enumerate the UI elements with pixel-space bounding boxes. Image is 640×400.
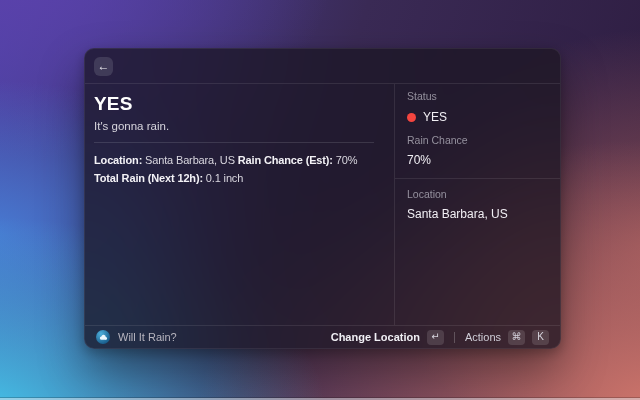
actions-label: Actions bbox=[465, 331, 501, 343]
cloud-app-icon bbox=[96, 330, 110, 344]
summary-total-value: 0.1 inch bbox=[206, 172, 243, 184]
main-content: YES It's gonna rain. Location: Santa Bar… bbox=[85, 84, 394, 325]
status-row: YES bbox=[407, 110, 548, 124]
footer-separator bbox=[454, 332, 455, 343]
summary-location-value: Santa Barbara, US bbox=[145, 154, 235, 166]
weather-summary: Location: Santa Barbara, US Rain Chance … bbox=[94, 151, 384, 187]
rain-chance-label: Rain Chance bbox=[407, 134, 548, 147]
status-dot-icon bbox=[407, 113, 416, 122]
summary-chance-value: 70% bbox=[336, 154, 358, 166]
back-button[interactable]: ← bbox=[94, 57, 113, 76]
footer-actions: Change Location ↵ Actions ⌘ K bbox=[331, 330, 549, 345]
window-header: ← bbox=[85, 49, 560, 84]
status-value: YES bbox=[423, 110, 447, 124]
command-title: Will It Rain? bbox=[118, 331, 177, 343]
cloud-icon bbox=[99, 333, 108, 342]
status-label: Status bbox=[407, 90, 548, 103]
metadata-divider bbox=[395, 178, 560, 179]
k-key-icon: K bbox=[532, 330, 549, 345]
desktop-background: ← YES It's gonna rain. Location: Santa B… bbox=[0, 0, 640, 400]
back-arrow-icon: ← bbox=[98, 60, 110, 72]
footer-bar: Will It Rain? Change Location ↵ Actions … bbox=[85, 325, 560, 348]
change-location-button[interactable]: Change Location ↵ bbox=[331, 330, 444, 345]
actions-menu-button[interactable]: Actions ⌘ K bbox=[465, 330, 549, 345]
return-key-icon: ↵ bbox=[427, 330, 444, 345]
summary-total-label: Total Rain (Next 12h): bbox=[94, 172, 203, 184]
summary-location-label: Location: bbox=[94, 154, 142, 166]
metadata-panel: Status YES Rain Chance 70% Location Sant… bbox=[395, 84, 560, 325]
command-key-icon: ⌘ bbox=[508, 330, 525, 345]
content-divider bbox=[94, 142, 374, 143]
result-title: YES bbox=[94, 94, 384, 114]
result-subtitle: It's gonna rain. bbox=[94, 119, 384, 133]
location-label: Location bbox=[407, 188, 548, 201]
rain-chance-value: 70% bbox=[407, 153, 548, 167]
summary-chance-label: Rain Chance (Est): bbox=[238, 154, 333, 166]
app-window: ← YES It's gonna rain. Location: Santa B… bbox=[84, 48, 561, 349]
location-value: Santa Barbara, US bbox=[407, 207, 548, 221]
window-body: YES It's gonna rain. Location: Santa Bar… bbox=[85, 84, 560, 325]
change-location-label: Change Location bbox=[331, 331, 420, 343]
